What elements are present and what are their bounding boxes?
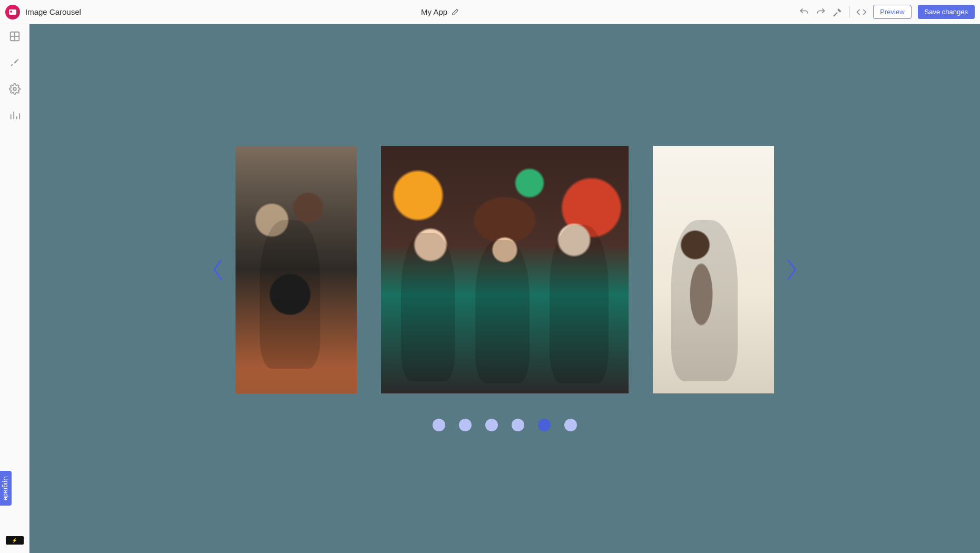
carousel-dot-2[interactable] [459, 419, 472, 431]
main-area: Upgrade ⚡ [0, 24, 980, 553]
carousel-slide-current[interactable] [381, 146, 629, 393]
top-bar-center: My App [81, 7, 799, 16]
page-title: Image Carousel [25, 7, 81, 16]
preview-button[interactable]: Preview [873, 5, 911, 19]
redo-icon[interactable] [816, 7, 826, 17]
save-button[interactable]: Save changes [918, 5, 975, 19]
chevron-left-icon[interactable] [210, 258, 225, 281]
carousel-slide-next[interactable] [653, 146, 774, 393]
pencil-icon[interactable] [452, 8, 459, 16]
undo-icon[interactable] [799, 7, 809, 17]
app-logo[interactable] [5, 5, 20, 19]
top-bar: Image Carousel My App Preview Save chang… [0, 0, 980, 24]
powr-logo-icon[interactable]: ⚡ [6, 536, 24, 545]
carousel-dot-3[interactable] [485, 419, 498, 431]
top-bar-right: Preview Save changes [799, 5, 975, 19]
carousel-dot-4[interactable] [512, 419, 524, 431]
gear-icon[interactable] [9, 83, 21, 95]
canvas [30, 24, 980, 553]
carousel-dot-6[interactable] [564, 419, 577, 431]
code-icon[interactable] [856, 7, 867, 17]
app-name-label: My App [421, 7, 447, 16]
carousel-dot-1[interactable] [433, 419, 445, 431]
layout-icon[interactable] [9, 31, 21, 42]
svg-point-3 [13, 87, 16, 91]
brush-icon[interactable] [9, 57, 21, 68]
carousel-slide-prev[interactable] [236, 146, 357, 393]
left-rail: Upgrade ⚡ [0, 24, 30, 553]
chevron-right-icon[interactable] [785, 258, 799, 281]
top-bar-left: Image Carousel [5, 5, 81, 19]
divider [849, 6, 850, 18]
upgrade-button[interactable]: Upgrade [0, 471, 12, 506]
carousel-slides [236, 146, 774, 393]
image-carousel [30, 146, 980, 393]
carousel-pagination [433, 419, 577, 431]
carousel-dot-5[interactable] [538, 419, 551, 431]
analytics-icon[interactable] [9, 110, 21, 121]
gavel-icon[interactable] [832, 7, 843, 17]
